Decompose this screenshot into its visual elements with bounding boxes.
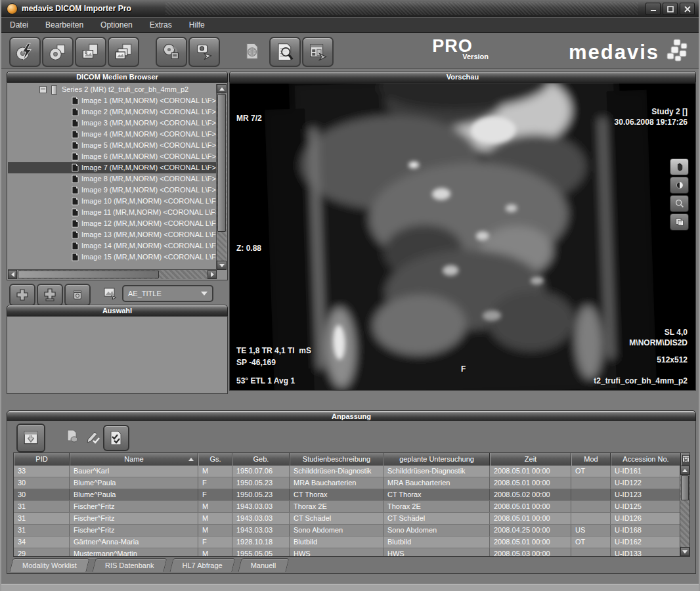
worklist-row[interactable]: 30 Blume^Paula F 1950.05.23 MRA Bauchart… (14, 477, 680, 489)
import-media-button[interactable] (156, 37, 187, 67)
worklist-scroll-thumb[interactable] (681, 475, 689, 500)
tree-item-image[interactable]: Image 5 (MR,M,NORM) <CORONAL L\F> (8, 140, 217, 151)
column-header-studienbeschreibung[interactable]: Studienbeschreibung (290, 453, 383, 466)
magnifier-icon (674, 198, 685, 209)
worklist-row[interactable]: 31 Fischer^Fritz M 1943.03.03 Thorax 2E … (14, 501, 680, 513)
anpassung-panel: Anpassung (7, 410, 696, 574)
source-tab[interactable]: Manuell (240, 558, 288, 572)
tree-item-image[interactable]: Image 14 (MR,M,NORM) <CORONAL L\F> (8, 240, 217, 252)
tree-horizontal-scrollbar[interactable] (8, 269, 217, 279)
maximize-button[interactable] (663, 3, 678, 15)
tree-item-image[interactable]: Image 15 (MR,M,NORM) <CORONAL L\F> (8, 252, 217, 263)
menu-item[interactable]: Hilfe (181, 18, 213, 32)
tree-vertical-scrollbar[interactable] (216, 84, 227, 270)
column-picker-button[interactable] (681, 453, 690, 466)
preview-viewport[interactable]: MR 7/2 Study 2 [] 30.06.2008 19:17:26 Z:… (229, 83, 696, 391)
scroll-left-button[interactable] (8, 270, 17, 279)
app-window: medavis DICOM Importer Pro Datei Bearbei… (0, 0, 700, 591)
close-button[interactable] (680, 3, 695, 15)
menu-item[interactable]: Optionen (92, 18, 141, 32)
column-header-name[interactable]: Name (70, 453, 198, 466)
tree-item-image[interactable]: Image 2 (MR,M,NORM) <CORONAL L\F> (8, 106, 217, 118)
column-header-geplante-untersuchung[interactable]: geplante Untersuchung (383, 453, 490, 466)
worklist-row[interactable]: 29 Mustermann^Martin M 1955.05.05 HWS HW… (14, 548, 680, 556)
ae-title-value: AE_TITLE (128, 290, 162, 297)
tree-item-image[interactable]: Image 7 (MR,M,NORM) <CORONAL L\F> (8, 162, 217, 173)
scroll-up-button[interactable] (217, 84, 227, 93)
worklist-scroll-down-button[interactable] (680, 547, 689, 556)
column-header-accession-no[interactable]: Accession No. (611, 453, 681, 466)
trash-icon (72, 289, 83, 301)
import-to-worklist-button[interactable] (16, 424, 45, 452)
pan-hand-button[interactable] (670, 158, 689, 175)
tree-item-image[interactable]: Image 3 (MR,M,NORM) <CORONAL L\F> (8, 118, 217, 129)
scan-acquire-button[interactable] (188, 37, 220, 67)
document-search-icon (275, 42, 295, 62)
document-search-button[interactable] (269, 37, 301, 67)
dicom-tree: Series 2 (MR) t2_trufi_cor_bh_4mm_p2 Ima… (7, 83, 228, 280)
scroll-down-button[interactable] (217, 261, 227, 270)
document-check-icon (108, 430, 124, 446)
document-globe-button[interactable] (238, 38, 267, 64)
send-to-panel-button[interactable] (302, 37, 334, 67)
tree-item-image[interactable]: Image 12 (MR,M,NORM) <CORONAL L\F> (8, 218, 217, 229)
menu-item[interactable]: Bearbeiten (37, 18, 92, 32)
worklist-vertical-scrollbar[interactable] (680, 466, 689, 556)
tree-item-image[interactable]: Image 13 (MR,M,NORM) <CORONAL L\F> (8, 229, 217, 240)
tree-hscroll-thumb[interactable] (18, 271, 159, 278)
magnify-button[interactable] (670, 195, 689, 212)
worklist-row[interactable]: 30 Blume^Paula F 1950.05.23 CT Thorax CT… (14, 489, 680, 501)
scroll-right-button[interactable] (208, 270, 217, 279)
source-tab[interactable]: RIS Datenbank (94, 558, 165, 572)
worklist-scroll-up-button[interactable] (680, 466, 689, 475)
menu-bar: Datei Bearbeiten Optionen Extras Hilfe (1, 17, 699, 33)
ae-title-select[interactable]: AE_TITLE (122, 285, 213, 302)
column-header-geb[interactable]: Geb. (232, 453, 290, 466)
worklist-row[interactable]: 31 Fischer^Fritz M 1943.03.03 Sono Abdom… (14, 525, 680, 536)
tree-item-image[interactable]: Image 4 (MR,M,NORM) <CORONAL L\F> (8, 129, 217, 140)
tree-item-image[interactable]: Image 10 (MR,M,NORM) <CORONAL L\F> (8, 196, 217, 207)
import-cd-burn-button[interactable] (9, 37, 41, 67)
import-image-file-button[interactable] (75, 37, 106, 67)
tree-item-image[interactable]: Image 6 (MR,M,NORM) <CORONAL L\F> (8, 151, 217, 162)
tree-item-image[interactable]: Image 9 (MR,M,NORM) <CORONAL L\F> (8, 185, 217, 196)
anpassung-toolbar (7, 421, 695, 452)
titlebar-texture (165, 2, 638, 15)
column-header-mod[interactable]: Mod (571, 453, 611, 466)
overlay-study: Study 2 [] (651, 107, 688, 116)
worklist-row[interactable]: 31 Fischer^Fritz M 1943.03.03 CT Schädel… (14, 513, 680, 525)
edit-entry-button[interactable] (82, 426, 104, 447)
source-tab[interactable]: HL7 Abfrage (171, 558, 234, 572)
auswahl-list[interactable] (7, 317, 228, 394)
tree-item-image[interactable]: Image 11 (MR,M,NORM) <CORONAL L\F> (8, 207, 217, 218)
tree-item-image[interactable]: Image 1 (MR,M,NORM) <CORONAL L\F> (8, 95, 217, 106)
overlay-toggle-button[interactable] (670, 213, 689, 230)
contrast-button[interactable] (670, 177, 689, 194)
add-all-button[interactable] (37, 284, 63, 306)
confirm-assignment-button[interactable] (103, 425, 129, 451)
import-cd-button[interactable] (42, 37, 74, 67)
source-tab[interactable]: Modality Worklist (11, 558, 88, 572)
tree-item-image[interactable]: Image 8 (MR,M,NORM) <CORONAL L\F> (8, 173, 217, 185)
copy-entry-button[interactable] (61, 426, 83, 447)
arrow-up-icon (219, 87, 225, 91)
menu-item[interactable]: Extras (141, 18, 181, 32)
tree-scroll-thumb[interactable] (217, 94, 226, 232)
column-picker-icon (682, 455, 689, 462)
worklist-row[interactable]: 34 Gärtner^Anna-Maria F 1928.10.18 Blutb… (14, 536, 680, 548)
plus-all-icon (43, 288, 56, 301)
pro-version-mark: PRO Version (432, 38, 489, 60)
minimize-button[interactable] (645, 3, 661, 15)
column-header-zeit[interactable]: Zeit (490, 453, 571, 466)
column-header-pid[interactable]: PID (14, 453, 70, 466)
add-item-button[interactable] (9, 284, 35, 306)
menu-item[interactable]: Datei (1, 18, 37, 32)
import-image-series-button[interactable] (108, 37, 139, 67)
column-header-gs[interactable]: Gs. (198, 453, 232, 466)
tree-item-series[interactable]: Series 2 (MR) t2_trufi_cor_bh_4mm_p2 (8, 84, 217, 95)
remove-button[interactable] (64, 284, 91, 306)
worklist-row[interactable]: 33 Bauer^Karl M 1950.07.06 Schilddrüsen-… (14, 466, 680, 477)
preview-image-button[interactable] (98, 284, 122, 303)
collapse-icon[interactable] (39, 86, 47, 93)
image-icon (72, 197, 79, 206)
